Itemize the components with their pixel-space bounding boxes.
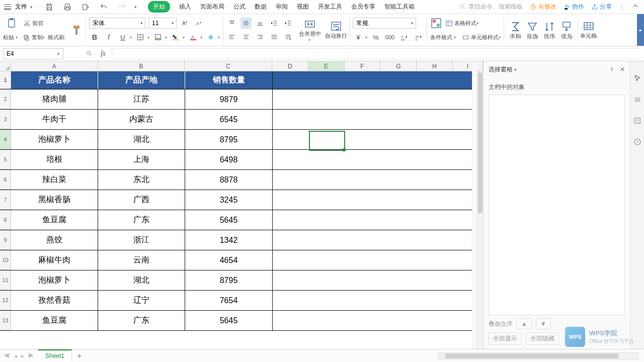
- data-cell[interactable]: 内蒙古: [98, 110, 185, 129]
- data-cell[interactable]: 猪肉脯: [11, 89, 98, 109]
- font-color-icon[interactable]: A: [188, 32, 199, 43]
- col-header-f[interactable]: F: [345, 61, 381, 71]
- sheet-next-icon[interactable]: ▸: [21, 352, 24, 359]
- tab-review[interactable]: 审阅: [276, 3, 288, 11]
- close-icon[interactable]: ✕: [620, 66, 625, 73]
- col-header-a[interactable]: A: [11, 61, 98, 71]
- comma-icon[interactable]: 000: [384, 32, 395, 43]
- align-center-icon[interactable]: [240, 32, 252, 43]
- format-painter-big[interactable]: [67, 14, 86, 46]
- header-cell[interactable]: 产品名称: [11, 71, 98, 89]
- col-header-h[interactable]: H: [417, 61, 453, 71]
- tab-view[interactable]: 视图: [297, 3, 309, 11]
- data-cell[interactable]: 上海: [98, 150, 185, 169]
- row-header[interactable]: 3: [0, 110, 11, 129]
- unsaved-changes[interactable]: 有修改: [530, 3, 556, 11]
- fill-button[interactable]: 填充▾: [558, 21, 575, 40]
- add-sheet-button[interactable]: +: [72, 351, 87, 360]
- data-cell[interactable]: 湖北: [98, 130, 185, 149]
- row-header[interactable]: 8: [0, 210, 11, 230]
- header-cell[interactable]: 销售数量: [185, 71, 273, 89]
- filter-button[interactable]: 筛选▾: [524, 21, 540, 40]
- fx-icon[interactable]: fx: [98, 48, 109, 59]
- redo-icon[interactable]: [116, 2, 127, 13]
- bold-icon[interactable]: B: [89, 32, 100, 43]
- orientation-icon[interactable]: [283, 32, 294, 43]
- more-icon[interactable]: ⋮: [619, 4, 625, 11]
- row-header[interactable]: 9: [0, 230, 11, 250]
- sheet-tab[interactable]: Sheet1: [38, 349, 72, 361]
- data-cell[interactable]: 4654: [185, 250, 273, 270]
- data-cell[interactable]: 泡椒萝卜: [11, 270, 98, 290]
- data-cell[interactable]: 8878: [185, 170, 273, 190]
- data-cell[interactable]: 8795: [185, 130, 273, 149]
- data-cell[interactable]: 燕饺: [11, 230, 98, 250]
- data-cell[interactable]: 鱼豆腐: [11, 311, 98, 330]
- paste-button[interactable]: [3, 17, 20, 29]
- command-search[interactable]: 查找命令、搜索模板: [459, 3, 523, 11]
- undo-icon[interactable]: [98, 2, 109, 13]
- data-cell[interactable]: 广东: [98, 311, 185, 330]
- tab-dev[interactable]: 开发工具: [318, 3, 342, 11]
- save-icon[interactable]: [44, 2, 55, 13]
- increase-indent-icon[interactable]: [283, 18, 294, 29]
- data-cell[interactable]: 7654: [185, 291, 273, 310]
- data-cell[interactable]: 云南: [98, 250, 185, 270]
- autosum-button[interactable]: 求和▾: [507, 21, 523, 40]
- qat-dropdown-icon[interactable]: ▾: [134, 5, 137, 10]
- send-backward-button[interactable]: ▼: [536, 318, 551, 329]
- print-icon[interactable]: [62, 2, 73, 13]
- conditional-format-icon[interactable]: [430, 17, 442, 29]
- font-size-combo[interactable]: 11▾: [148, 18, 177, 29]
- align-bottom-icon[interactable]: [255, 18, 266, 29]
- data-cell[interactable]: 培根: [11, 150, 98, 169]
- align-middle-icon[interactable]: [240, 18, 252, 29]
- col-header-g[interactable]: G: [380, 61, 417, 71]
- data-cell[interactable]: 广东: [98, 210, 185, 230]
- row-header[interactable]: 11: [0, 270, 11, 290]
- increase-decimal-icon[interactable]: .0.00: [398, 32, 410, 43]
- tab-vip[interactable]: 会员专享: [351, 3, 375, 11]
- clear-format-icon[interactable]: [205, 32, 216, 43]
- select-all-corner[interactable]: [0, 61, 11, 71]
- data-cell[interactable]: 湖北: [98, 270, 185, 290]
- row-header[interactable]: 5: [0, 150, 11, 169]
- copy-button[interactable]: 复制▾: [23, 34, 45, 41]
- panel-title-chevron-icon[interactable]: ▾: [514, 67, 517, 72]
- row-header[interactable]: 1: [0, 71, 11, 89]
- data-cell[interactable]: 鱼豆腐: [11, 210, 98, 230]
- data-cell[interactable]: 3245: [185, 190, 273, 210]
- col-header-i[interactable]: I: [453, 61, 483, 71]
- data-cell[interactable]: 牛肉干: [11, 110, 98, 129]
- ribbon-scroll-right-icon[interactable]: ▸: [637, 14, 644, 46]
- settings-icon[interactable]: [633, 96, 641, 106]
- cell-style-button[interactable]: 单元格样式▾: [462, 34, 501, 41]
- row-header[interactable]: 6: [0, 170, 11, 190]
- zoom-out-icon[interactable]: [84, 48, 95, 59]
- data-cell[interactable]: 广西: [98, 190, 185, 210]
- shrink-font-icon[interactable]: A▾: [194, 18, 205, 29]
- row-header[interactable]: 10: [0, 250, 11, 270]
- row-header[interactable]: 12: [0, 291, 11, 310]
- row-header[interactable]: 13: [0, 311, 11, 330]
- row-header[interactable]: 7: [0, 190, 11, 210]
- object-list[interactable]: [489, 95, 625, 315]
- col-header-d[interactable]: D: [272, 61, 308, 71]
- tab-data[interactable]: 数据: [255, 3, 267, 11]
- table-style-button[interactable]: 表格样式▾: [445, 20, 478, 27]
- tab-insert[interactable]: 插入: [179, 3, 191, 11]
- row-header[interactable]: 4: [0, 130, 11, 149]
- number-format-combo[interactable]: 常规▾: [353, 18, 416, 29]
- horizontal-scrollbar[interactable]: [438, 352, 639, 359]
- align-right-icon[interactable]: [255, 32, 266, 43]
- data-cell[interactable]: 1342: [185, 230, 273, 250]
- tab-formula[interactable]: 公式: [233, 3, 246, 11]
- data-cell[interactable]: 辽宁: [98, 291, 185, 310]
- sheet-prev-icon[interactable]: ◂: [14, 352, 17, 359]
- collaborate[interactable]: 协作: [564, 3, 584, 11]
- sheet-last-icon[interactable]: ⯈: [28, 352, 34, 359]
- header-cell[interactable]: 产品产地: [98, 71, 185, 89]
- grow-font-icon[interactable]: A▴: [180, 18, 191, 29]
- data-cell[interactable]: 麻椒牛肉: [11, 250, 98, 270]
- name-box[interactable]: E4▾: [3, 48, 63, 59]
